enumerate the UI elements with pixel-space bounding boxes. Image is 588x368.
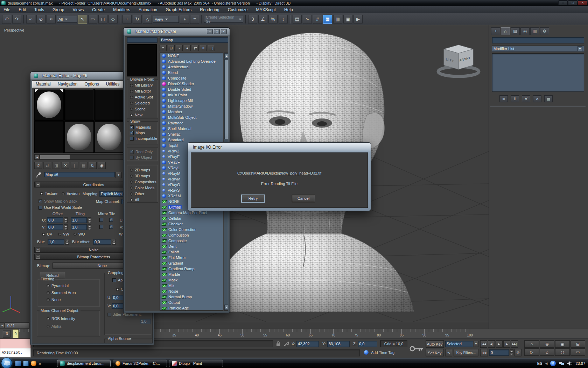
menu-item[interactable]: Navigation [58, 82, 78, 87]
utilities-tab[interactable]: ⚙ [540, 27, 549, 35]
modifier-list-dropdown[interactable]: Modifier List▼ [492, 46, 584, 52]
jitter-field[interactable]: 1,0 [140, 319, 151, 324]
list-item[interactable]: Composite [160, 238, 223, 244]
list-item[interactable]: Composite [160, 75, 223, 81]
show-end-result-icon[interactable]: ‖ [511, 95, 519, 102]
unlink-selection-icon[interactable]: ⊘ [36, 15, 46, 24]
bind-to-space-warp-icon[interactable]: ≈ [47, 15, 56, 24]
view-large-icons-icon[interactable]: ● [184, 45, 191, 51]
set-key-button[interactable]: Set Key [426, 349, 444, 356]
wu-radio[interactable]: WU [74, 232, 85, 236]
view-list-icon[interactable]: ≡ [160, 45, 167, 51]
list-item[interactable]: Blend [160, 70, 223, 75]
zoom-extents-icon[interactable]: ▣ [555, 340, 570, 348]
material-id-channel-icon[interactable]: 0, [89, 162, 97, 169]
list-item[interactable]: Falloff [160, 249, 223, 255]
remove-modifier-icon[interactable]: ✕ [533, 95, 541, 102]
list-item[interactable]: DirectX Shader [160, 81, 223, 87]
maximize-viewport-toggle-icon[interactable]: ▭ [570, 348, 585, 356]
modify-tab[interactable]: ∩ [501, 27, 510, 35]
go-to-start-icon[interactable]: |◀◀ [480, 340, 487, 348]
close-button[interactable]: ✕ [578, 0, 587, 5]
filter-option[interactable]: All [130, 198, 156, 202]
browse-from-option[interactable]: New [130, 113, 153, 117]
clear-material-library-icon[interactable]: ▢ [208, 45, 215, 51]
select-and-rotate-icon[interactable]: ↻ [133, 15, 142, 24]
show-option[interactable]: Maps [130, 131, 157, 135]
list-item[interactable]: Lightscape Mtl [160, 98, 223, 103]
taskbar-button-firefox[interactable]: Foros 3DPoder. - Cr... [113, 360, 167, 367]
u-tile-checkbox[interactable] [109, 218, 113, 222]
window-switcher-icon[interactable] [15, 361, 21, 366]
taskbar-button-paint[interactable]: Dibujo - Paint [169, 360, 223, 367]
list-item[interactable]: Mix [160, 283, 223, 288]
network-icon[interactable] [559, 361, 564, 366]
firefox-icon[interactable] [31, 361, 36, 366]
key-filters-button[interactable]: Key Filters... [454, 349, 478, 356]
list-item[interactable]: Cellular [160, 216, 223, 221]
window-crossing-icon[interactable]: ◇ [108, 15, 118, 24]
reset-map-icon[interactable]: ✕ [62, 162, 69, 169]
schematic-view-icon[interactable]: # [313, 15, 322, 24]
maxscript-mini-listener[interactable]: AXScript. [0, 348, 31, 357]
volume-icon[interactable] [567, 361, 573, 366]
blur-field[interactable]: 1,0 [48, 239, 64, 245]
retry-button[interactable]: Retry [241, 195, 265, 202]
make-unique-icon[interactable]: ∥ [71, 162, 78, 169]
rgb-intensity-radio[interactable]: RGB Intensity [47, 316, 75, 321]
time-slider-handle[interactable]: 0 / 1 [5, 322, 29, 328]
collapse-icon[interactable]: – [36, 255, 40, 259]
object-name-field[interactable] [492, 37, 584, 43]
select-and-move-icon[interactable]: + [122, 15, 132, 24]
put-to-scene-icon[interactable]: ⇄ [43, 162, 51, 169]
list-item[interactable]: NONE [160, 53, 223, 59]
list-item[interactable]: Normal Bump [160, 294, 223, 300]
selection-filter-dropdown[interactable]: All [57, 16, 77, 23]
list-item[interactable]: Noise [160, 288, 223, 294]
current-frame-marker[interactable]: 0 [13, 329, 19, 338]
menu-item[interactable]: Modifiers [113, 7, 130, 12]
reference-coordinate-dropdown[interactable]: View [153, 16, 179, 23]
taskbar-button-3dsmax[interactable]: desplacement zbrus... [57, 360, 111, 367]
start-button[interactable] [1, 357, 12, 368]
arc-rotate-icon[interactable]: ◎ [555, 348, 570, 356]
minimize-button[interactable]: – [207, 29, 213, 34]
field-of-view-icon[interactable]: ▷ [524, 348, 539, 356]
menu-item[interactable]: Edit [19, 7, 26, 12]
list-item[interactable]: Dent [160, 244, 223, 249]
expand-icon[interactable]: + [36, 248, 40, 252]
time-configuration-icon[interactable]: ⊚ [514, 349, 522, 356]
cancel-button[interactable]: Cancel [292, 195, 315, 202]
mirror-icon[interactable]: ◑ [180, 15, 189, 24]
render-setup-icon[interactable]: ▥ [333, 15, 342, 24]
add-time-tag[interactable]: Add Time Tag [371, 350, 394, 355]
keyboard-language-indicator[interactable]: ES [537, 361, 542, 366]
uv-radio[interactable]: UV [42, 232, 52, 236]
collapse-icon[interactable]: – [36, 183, 40, 186]
create-tab[interactable]: + [491, 27, 500, 35]
browse-from-option[interactable]: Scene [130, 107, 153, 111]
menu-item[interactable]: Views [72, 7, 84, 12]
blur-offset-field[interactable]: 0,0 [93, 239, 111, 245]
list-item[interactable]: Advanced Lighting Override [160, 59, 223, 64]
transform-type-in-icon[interactable] [284, 341, 290, 347]
material-sample-slot[interactable] [34, 121, 64, 153]
filter-option[interactable]: 3D maps [130, 174, 156, 178]
tray-app-icon[interactable]: a [550, 361, 556, 366]
list-item[interactable]: Checker [160, 221, 223, 227]
spinner-snap-icon[interactable]: ↕ [279, 15, 288, 24]
layer-manager-icon[interactable]: ▤ [293, 15, 302, 24]
list-item[interactable]: Color Correction [160, 227, 223, 232]
browse-from-option[interactable]: Mtl Library [130, 83, 153, 87]
curve-editor-icon[interactable]: ∿ [303, 15, 312, 24]
time-slider-left-arrow[interactable]: ◀ [0, 322, 5, 328]
material-sample-slot[interactable] [64, 121, 94, 153]
material-editor-icon[interactable]: ▦ [323, 15, 332, 24]
list-item[interactable]: Raytrace [160, 120, 223, 126]
u-offset-field[interactable]: 0,0 [47, 217, 63, 223]
root-option[interactable]: Root Only [130, 150, 153, 154]
root-option[interactable]: By Object [130, 155, 153, 159]
list-item[interactable]: Particle Age [160, 305, 223, 311]
browse-from-option[interactable]: Selected [130, 101, 153, 105]
show-option[interactable]: Incompatible [130, 136, 157, 141]
